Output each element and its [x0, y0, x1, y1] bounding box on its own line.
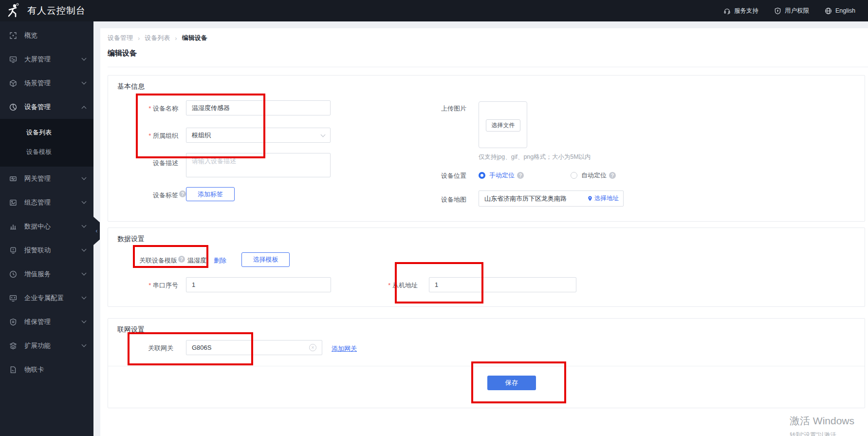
chevron-down-icon [321, 132, 326, 137]
breadcrumb-separator: › [138, 35, 140, 42]
shield-icon [774, 7, 781, 15]
sidebar-item-maintenance-management[interactable]: 维保管理 [0, 310, 93, 334]
sidebar-item-configuration-management[interactable]: 组态管理 [0, 190, 93, 214]
linked-gateway-label: 关联网关 [108, 344, 173, 353]
title-divider [108, 67, 868, 67]
sidebar-item-label: 物联卡 [24, 365, 44, 374]
sidebar-item-label: 大屏管理 [24, 55, 51, 64]
device-map-value: 山东省济南市历下区龙奥南路 [484, 194, 567, 203]
linked-gateway-input[interactable]: G806S × [186, 340, 322, 355]
sim-card-icon [9, 366, 17, 374]
sidebar-item-device-management[interactable]: 设备管理 [0, 95, 93, 119]
big-screen-icon [9, 56, 17, 63]
sidebar-item-overview[interactable]: 概览 [0, 23, 93, 47]
breadcrumb-device-management[interactable]: 设备管理 [108, 34, 133, 42]
linked-gateway-value: G806S [192, 344, 211, 351]
sidebar-item-scene-management[interactable]: 场景管理 [0, 71, 93, 95]
windows-activation-watermark: 激活 Windows 转到“设置”以激活 Windows。 [790, 414, 868, 436]
serial-number-input[interactable] [186, 277, 331, 292]
sidebar-subitem-device-list[interactable]: 设备列表 [0, 123, 93, 142]
breadcrumb: 设备管理 › 设备列表 › 编辑设备 [108, 34, 207, 42]
user-permission-button[interactable]: 用户权限 [774, 7, 809, 15]
section-title-basic: 基本信息 [117, 82, 145, 91]
watermark-line1: 激活 Windows [790, 414, 868, 428]
picture-icon [9, 199, 17, 207]
sidebar-item-label: 报警联动 [24, 246, 51, 255]
manual-location-label[interactable]: 手动定位 [489, 171, 515, 180]
sidebar-item-alarm-linkage[interactable]: 报警联动 [0, 238, 93, 262]
sidebar-item-label: 增值服务 [24, 270, 51, 279]
save-button[interactable]: 保存 [487, 376, 536, 390]
sidebar-item-gateway-management[interactable]: 网关管理 [0, 167, 93, 190]
user-permission-label: 用户权限 [785, 7, 809, 15]
auto-location-radio[interactable] [571, 172, 577, 179]
location-radio-group: 手动定位 ? 自动定位 ? [479, 171, 616, 180]
manual-location-help-icon[interactable]: ? [517, 172, 524, 179]
service-support-button[interactable]: 服务支持 [723, 7, 758, 15]
headset-icon [723, 7, 731, 15]
app-root: 有人云控制台 服务支持 [0, 0, 868, 436]
organization-label: 所属组织 [108, 132, 178, 140]
add-tag-button[interactable]: 添加标签 [186, 187, 235, 201]
sidebar-item-iot-card[interactable]: 物联卡 [0, 358, 93, 381]
sidebar-item-label: 设备管理 [24, 103, 51, 112]
top-bar: 有人云控制台 服务支持 [0, 0, 868, 21]
chevron-down-icon [82, 80, 87, 85]
upload-image-label: 上传图片 [384, 104, 466, 113]
clear-input-icon[interactable]: × [309, 344, 316, 351]
chevron-down-icon [82, 295, 87, 300]
device-tag-label: 设备标签 [108, 191, 178, 200]
serial-number-label: 串口序号 [108, 281, 178, 290]
choose-address-link[interactable]: 选择地址 [587, 194, 619, 203]
organization-value: 根组织 [192, 131, 211, 140]
runner-logo-icon [6, 3, 21, 19]
service-support-label: 服务支持 [734, 7, 758, 15]
sidebar-nav: 概览 大屏管理 场景管理 [0, 21, 93, 436]
bar-chart-icon [9, 223, 17, 230]
clock-refresh-icon [9, 270, 17, 278]
device-description-textarea[interactable] [186, 153, 331, 177]
sidebar-item-extended-functions[interactable]: 扩展功能 [0, 334, 93, 358]
device-name-input[interactable] [186, 100, 331, 115]
linked-template-value: 温湿度 [187, 256, 206, 265]
sidebar-subitem-device-template[interactable]: 设备模板 [0, 142, 93, 162]
manual-location-radio[interactable] [479, 172, 485, 179]
linked-template-help-icon[interactable]: ? [178, 256, 185, 263]
sidebar-collapse-handle[interactable]: ‹ [93, 217, 100, 245]
sidebar-item-screen-management[interactable]: 大屏管理 [0, 47, 93, 71]
device-map-input[interactable]: 山东省济南市历下区龙奥南路 选择地址 [479, 190, 624, 207]
chevron-down-icon [82, 319, 87, 323]
collapse-left-icon: ‹ [96, 227, 98, 234]
add-gateway-link[interactable]: 添加网关 [332, 344, 357, 353]
auto-location-label[interactable]: 自动定位 [581, 171, 607, 180]
choose-address-label: 选择地址 [594, 194, 619, 203]
overview-icon [9, 32, 17, 39]
sidebar-item-label: 组态管理 [24, 198, 51, 207]
upload-format-note: 仅支持jpg、gif、png格式；大小为5M以内 [479, 153, 591, 161]
main-content: 设备管理 › 设备列表 › 编辑设备 编辑设备 基本信息 设备名称 所属组织 根… [100, 28, 868, 436]
sidebar-item-enterprise-config[interactable]: 企业专属配置 [0, 286, 93, 310]
sidebar-item-label: 维保管理 [24, 318, 51, 326]
choose-file-button[interactable]: 选择文件 [486, 119, 520, 132]
sidebar-item-data-center[interactable]: 数据中心 [0, 214, 93, 238]
slave-address-input[interactable] [429, 277, 576, 292]
chevron-down-icon [82, 199, 87, 204]
auto-location-help-icon[interactable]: ? [609, 172, 616, 179]
delete-template-link[interactable]: 删除 [214, 256, 226, 265]
organization-select[interactable]: 根组织 [186, 128, 331, 143]
choose-template-button[interactable]: 选择模板 [241, 252, 290, 267]
upload-dropzone[interactable]: 选择文件 [479, 101, 527, 148]
data-settings-panel: 数据设置 关联设备模版 ? 温湿度 删除 选择模板 串口序号 从机地址 [108, 227, 865, 307]
panel-divider [108, 366, 865, 366]
linked-template-label: 关联设备模版 [108, 256, 177, 265]
device-tag-help-icon[interactable]: ? [179, 190, 186, 197]
sidebar-item-label: 场景管理 [24, 79, 51, 88]
device-name-label: 设备名称 [108, 104, 178, 113]
cube-icon [9, 79, 17, 87]
gateway-icon [9, 175, 17, 183]
sidebar-item-value-added-services[interactable]: 增值服务 [0, 262, 93, 286]
top-actions: 服务支持 用户权限 [723, 7, 868, 15]
language-switch-button[interactable]: English [825, 7, 855, 15]
breadcrumb-device-list[interactable]: 设备列表 [145, 34, 170, 42]
brand-logo[interactable]: 有人云控制台 [0, 3, 86, 19]
